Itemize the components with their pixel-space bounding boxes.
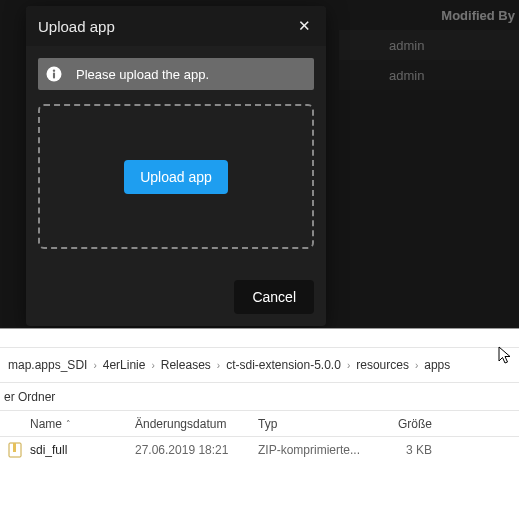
column-header-size[interactable]: Größe [372,417,462,431]
breadcrumb-segment[interactable]: Releases [157,358,215,372]
breadcrumb-segment[interactable]: apps [420,358,454,372]
info-icon [38,65,70,83]
chevron-right-icon: › [413,360,420,371]
close-icon[interactable]: ✕ [294,16,314,36]
breadcrumb-segment[interactable]: 4erLinie [99,358,150,372]
svg-point-1 [53,69,55,71]
breadcrumb-segment[interactable]: map.apps_SDI [4,358,91,372]
sort-ascending-icon: ˄ [66,419,71,429]
column-label: Name [30,417,62,431]
upload-dropzone[interactable]: Upload app [38,104,314,249]
breadcrumb-segment[interactable]: ct-sdi-extension-5.0.0 [222,358,345,372]
column-header-type[interactable]: Typ [250,417,372,431]
svg-rect-2 [53,73,55,79]
file-type: ZIP-komprimierte... [250,443,372,457]
file-date: 27.06.2019 18:21 [127,443,250,457]
zip-file-icon [0,442,22,458]
file-explorer: map.apps_SDI› 4erLinie› Releases› ct-sdi… [0,328,519,510]
explorer-toolbar[interactable]: er Ordner [0,383,519,411]
upload-app-button[interactable]: Upload app [124,160,228,194]
chevron-right-icon: › [91,360,98,371]
dialog-title: Upload app [38,18,294,35]
chevron-right-icon: › [215,360,222,371]
column-header-name[interactable]: Name ˄ [22,417,127,431]
breadcrumb[interactable]: map.apps_SDI› 4erLinie› Releases› ct-sdi… [0,347,519,383]
breadcrumb-segment[interactable]: resources [352,358,413,372]
file-size: 3 KB [372,443,462,457]
upload-app-dialog: Upload app ✕ Please upload the app. Uplo… [26,6,326,326]
info-notice: Please upload the app. [38,58,314,90]
notice-text: Please upload the app. [70,67,314,82]
svg-rect-4 [13,443,16,452]
chevron-right-icon: › [345,360,352,371]
cancel-button[interactable]: Cancel [234,280,314,314]
chevron-right-icon: › [149,360,156,371]
column-headers: Name ˄ Änderungsdatum Typ Größe [0,411,519,437]
file-row[interactable]: sdi_full 27.06.2019 18:21 ZIP-komprimier… [0,437,519,463]
column-header-date[interactable]: Änderungsdatum [127,417,250,431]
file-name: sdi_full [22,443,127,457]
